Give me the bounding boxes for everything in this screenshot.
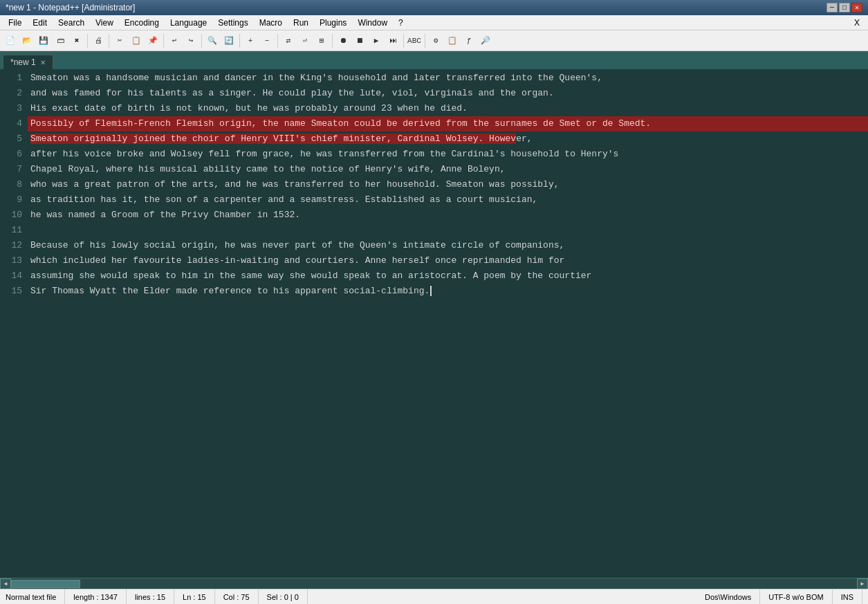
toolbar-sep-9: [425, 34, 425, 48]
new-from-clipboard-button[interactable]: 📋: [445, 33, 460, 48]
redo-button[interactable]: ↪: [183, 33, 198, 48]
new-button[interactable]: 📄: [3, 33, 18, 48]
line-number-9: 9: [6, 192, 22, 208]
code-line-14: assuming she would speak to him in the s…: [28, 268, 868, 284]
menu-view[interactable]: View: [90, 17, 119, 29]
tab-label: *new 1: [10, 57, 36, 67]
save-all-icon: 🗃: [57, 36, 64, 45]
paste-button[interactable]: 📌: [145, 33, 160, 48]
status-lines: lines : 15: [127, 589, 174, 604]
code-line-5: Smeaton originally joined the choir of H…: [28, 131, 868, 147]
editor-content[interactable]: Smeaton was a handsome musician and danc…: [28, 69, 868, 578]
macro-run-multiple-button[interactable]: ⏭: [385, 33, 400, 48]
replace-icon: 🔄: [224, 36, 234, 45]
find-icon: 🔍: [207, 36, 217, 45]
menu-language[interactable]: Language: [165, 17, 212, 29]
code-line-3: His exact date of birth is not known, bu…: [28, 101, 868, 116]
tab-close-button[interactable]: ✕: [40, 59, 46, 66]
code-lines: Smeaton was a handsome musician and danc…: [28, 71, 868, 299]
toolbar-sep-7: [332, 34, 333, 48]
record-icon: ⏺: [340, 36, 347, 45]
line-number-15: 15: [6, 284, 22, 299]
minimize-button[interactable]: ─: [827, 3, 838, 12]
scroll-left-button[interactable]: ◀: [0, 578, 11, 589]
save-all-button[interactable]: 🗃: [53, 33, 68, 48]
line-number-8: 8: [6, 177, 22, 192]
menu-settings[interactable]: Settings: [212, 17, 253, 29]
toolbar-sep-6: [277, 34, 278, 48]
undo-button[interactable]: ↩: [167, 33, 182, 48]
indent-icon: ⊞: [320, 36, 324, 45]
redo-icon: ↪: [189, 36, 194, 45]
scroll-right-button[interactable]: ▶: [857, 578, 868, 589]
menu-macro[interactable]: Macro: [254, 17, 288, 29]
menu-edit[interactable]: Edit: [27, 17, 53, 29]
toolbar-sep-8: [403, 34, 404, 48]
toolbar: 📄 📂 💾 🗃 ✖ 🖨 ✂ 📋 📌 ↩ ↪ 🔍 🔄 + − ⇄ ⏎ ⊞ ⏺ ⏹ …: [0, 30, 868, 51]
indent-guide-button[interactable]: ⊞: [314, 33, 329, 48]
code-line-12: Because of his lowly social origin, he w…: [28, 238, 868, 253]
settings-icon: ⚙: [434, 36, 438, 45]
open-icon: 📂: [22, 36, 32, 45]
status-dos-windows: Dos\Windows: [696, 589, 760, 604]
close-doc-button[interactable]: ✖: [69, 33, 84, 48]
settings-button[interactable]: ⚙: [428, 33, 443, 48]
menu-run[interactable]: Run: [288, 17, 314, 29]
save-icon: 💾: [39, 36, 48, 45]
tab-new1[interactable]: *new 1 ✕: [3, 55, 53, 69]
menu-plugins[interactable]: Plugins: [314, 17, 352, 29]
menu-window[interactable]: Window: [352, 17, 393, 29]
copy-button[interactable]: 📋: [129, 33, 144, 48]
menu-search[interactable]: Search: [53, 17, 90, 29]
zoom-in-button[interactable]: +: [243, 33, 258, 48]
cut-icon: ✂: [118, 36, 122, 45]
zoom-out-button[interactable]: −: [259, 33, 275, 48]
code-line-8: who was a great patron of the arts, and …: [28, 177, 868, 192]
print-button[interactable]: 🖨: [91, 33, 106, 48]
horizontal-scrollbar[interactable]: ◀ ▶: [0, 578, 868, 589]
cut-button[interactable]: ✂: [112, 33, 127, 48]
code-line-7: Chapel Royal, where his musical ability …: [28, 162, 868, 177]
line-number-12: 12: [6, 238, 22, 253]
replace-button[interactable]: 🔄: [221, 33, 237, 48]
zoom-out-icon: −: [265, 37, 270, 45]
find-button[interactable]: 🔍: [205, 33, 220, 48]
copy-icon: 📋: [131, 36, 141, 45]
menu-file[interactable]: File: [3, 17, 27, 29]
run-multi-icon: ⏭: [389, 36, 397, 45]
menu-x[interactable]: X: [849, 17, 865, 29]
line-number-4: 4: [6, 116, 22, 131]
status-sel: Sel : 0 | 0: [259, 589, 308, 604]
spell-check-button[interactable]: ABC: [407, 33, 422, 48]
macro-record-button[interactable]: ⏺: [335, 33, 351, 48]
line-number-7: 7: [6, 162, 22, 177]
toolbar-sep-2: [109, 34, 109, 48]
stop-icon: ⏹: [356, 36, 364, 45]
line-number-11: 11: [6, 223, 22, 238]
tab-bar: *new 1 ✕: [0, 51, 868, 69]
scrollbar-thumb[interactable]: [11, 580, 80, 588]
sync-scroll-button[interactable]: ⇄: [281, 33, 296, 48]
macro-play-button[interactable]: ▶: [369, 33, 384, 48]
code-line-6: after his voice broke and Wolsey fell fr…: [28, 147, 868, 162]
clipboard-icon: 📋: [447, 36, 457, 45]
code-line-10: he was named a Groom of the Privy Chambe…: [28, 208, 868, 223]
word-wrap-button[interactable]: ⏎: [297, 33, 313, 48]
menu-encoding[interactable]: Encoding: [119, 17, 165, 29]
save-button[interactable]: 💾: [36, 33, 51, 48]
code-line-4: Possibly of Flemish-French Flemish origi…: [28, 116, 868, 131]
line-numbers: 123456789101112131415: [0, 69, 28, 578]
macro-stop-button[interactable]: ⏹: [352, 33, 367, 48]
status-bar: Normal text file length : 1347 lines : 1…: [0, 589, 868, 604]
open-button[interactable]: 📂: [19, 33, 35, 48]
print-icon: 🖨: [95, 36, 102, 45]
maximize-button[interactable]: □: [839, 3, 850, 12]
search-results-button[interactable]: 🔎: [478, 33, 493, 48]
scrollbar-track[interactable]: [11, 580, 857, 588]
title-bar-text: *new 1 - Notepad++ [Administrator]: [6, 3, 135, 12]
menu-help[interactable]: ?: [393, 17, 409, 29]
function-list-button[interactable]: ƒ: [461, 33, 477, 48]
code-line-11: [28, 223, 868, 238]
code-line-9: as tradition has it, the son of a carpen…: [28, 192, 868, 208]
close-button[interactable]: ✕: [851, 3, 862, 12]
